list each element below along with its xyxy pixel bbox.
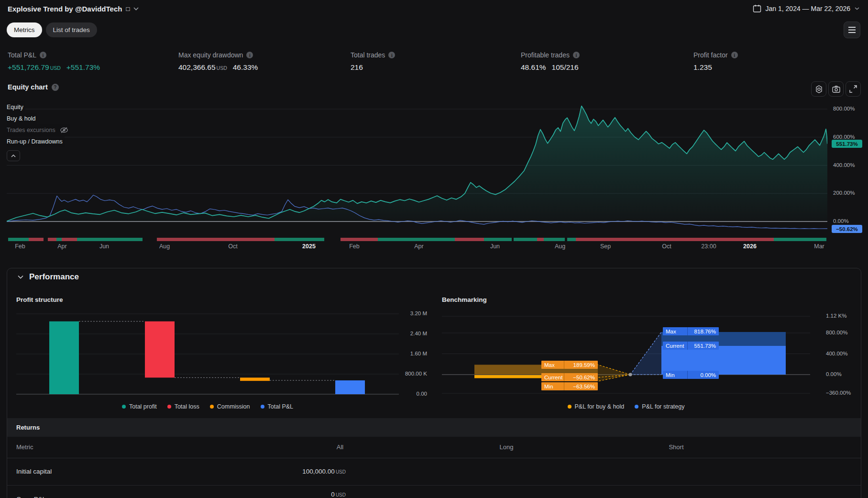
x-axis-tick: Aug xyxy=(148,243,181,250)
y-axis-tick: 800.00% xyxy=(826,330,864,335)
legend-trades-excursions[interactable]: Trades excursions xyxy=(7,124,70,136)
trade-segment xyxy=(537,238,544,241)
equity-chart-plot xyxy=(7,101,827,232)
chevron-down-icon xyxy=(18,275,23,279)
col-metric: Metric xyxy=(16,443,33,451)
legend-collapse-button[interactable] xyxy=(7,150,20,161)
legend-label: Commission xyxy=(217,403,250,410)
trade-segment xyxy=(341,238,378,241)
trade-segment xyxy=(544,238,565,241)
x-axis-tick: 2025 xyxy=(292,243,326,250)
layout-menu-button[interactable] xyxy=(844,22,860,38)
strategy-min-box: Min 0.00% xyxy=(663,371,719,379)
gear-icon xyxy=(815,85,823,93)
equity-chart-legend: Equity Buy & hold Trades excursions Run-… xyxy=(7,101,70,161)
metric-total-pl: Total P&Li +551,726.79USD+551.73% xyxy=(8,50,100,72)
row-metric: Open P&L xyxy=(16,496,46,498)
performance-panel: Performance Profit structure 3.20 M2.40 … xyxy=(7,268,861,498)
legend-item[interactable]: Commission xyxy=(210,403,250,410)
metric-total-trades: Total tradesi 216 xyxy=(351,50,395,72)
trade-segment xyxy=(576,238,774,241)
row-all-value: 100,000.00USD xyxy=(250,468,346,475)
legend-runup-drawdowns[interactable]: Run-up / Drawdowns xyxy=(7,136,65,147)
x-axis-tick: Jun xyxy=(478,243,512,250)
title-badge-glyph: □ xyxy=(126,5,130,12)
chart-settings-button[interactable] xyxy=(811,81,826,97)
equity-chart-x-axis[interactable]: FebAprJunAugOct2025FebAprJunAugSepOct23:… xyxy=(7,243,827,253)
legend-buy-and-hold[interactable]: Buy & hold xyxy=(7,113,37,124)
metric-extra: 105/216 xyxy=(552,63,579,72)
date-range-picker[interactable]: Jan 1, 2024 — Mar 22, 2026 xyxy=(753,4,859,13)
metric-label: Max equity drawdown xyxy=(178,51,243,59)
legend-label: P&L for buy & hold xyxy=(575,403,625,410)
chevron-up-icon xyxy=(11,155,16,157)
trade-periods-bar xyxy=(7,238,827,241)
tab-metrics[interactable]: Metrics xyxy=(7,22,42,37)
date-range-label: Jan 1, 2024 — Mar 22, 2026 xyxy=(766,5,850,12)
metric-unit: USD xyxy=(217,65,227,71)
buyhold-current-badge: −50.62% xyxy=(832,225,862,233)
metric-value: +551,726.79 xyxy=(8,63,49,72)
y-axis-tick: 2.40 M xyxy=(393,331,427,336)
trade-segment xyxy=(514,238,537,241)
benchmarking-chart xyxy=(442,307,810,402)
chart-fullscreen-button[interactable] xyxy=(846,81,861,97)
info-icon[interactable]: i xyxy=(388,52,395,58)
camera-icon xyxy=(832,86,840,93)
help-icon[interactable]: ? xyxy=(52,84,59,91)
info-icon[interactable]: i xyxy=(40,52,46,58)
legend-item[interactable]: Total profit xyxy=(122,403,157,410)
y-axis-tick: 0.00 xyxy=(393,391,427,397)
expand-icon xyxy=(849,85,857,93)
legend-equity[interactable]: Equity xyxy=(7,101,25,113)
x-axis-tick: Aug xyxy=(543,243,577,250)
strategy-max-box: Max 818.76% xyxy=(663,327,719,335)
x-axis-tick: Oct xyxy=(216,243,250,250)
eye-off-icon[interactable] xyxy=(60,127,68,133)
legend-item[interactable]: Total loss xyxy=(167,403,199,410)
trade-segment xyxy=(29,238,44,241)
legend-item[interactable]: P&L for buy & hold xyxy=(568,403,625,410)
y-axis-tick: 400.00% xyxy=(833,162,864,168)
equity-chart-toolbar xyxy=(811,81,861,97)
x-axis-tick: Apr xyxy=(45,243,79,250)
trade-segment xyxy=(378,238,455,241)
tab-list-of-trades[interactable]: List of trades xyxy=(46,22,97,37)
metric-unit: USD xyxy=(50,65,61,71)
legend-item[interactable]: Total P&L xyxy=(261,403,294,410)
strategy-tester-page: Explosive Trend by @DaviddTech □ Jan 1, … xyxy=(0,0,868,498)
x-axis-tick: Jun xyxy=(88,243,121,250)
x-axis-tick: Mar xyxy=(802,243,836,250)
buyhold-min-box: Min −63.56% xyxy=(541,382,598,390)
trade-segment xyxy=(455,238,484,241)
profit-structure-chart xyxy=(16,311,399,397)
y-axis-tick: 400.00% xyxy=(826,351,864,356)
col-long: Long xyxy=(483,443,530,451)
info-icon[interactable]: i xyxy=(246,52,253,58)
strategy-title-row[interactable]: Explosive Trend by @DaviddTech □ xyxy=(8,5,139,13)
legend-dot xyxy=(261,405,264,409)
legend-item[interactable]: P&L for strategy xyxy=(635,403,684,410)
trade-segment xyxy=(157,238,275,241)
performance-section-toggle[interactable]: Performance xyxy=(18,272,79,282)
y-axis-tick: 0.00% xyxy=(826,371,864,377)
page-title: Explosive Trend by @DaviddTech xyxy=(8,5,122,13)
info-icon[interactable]: i xyxy=(573,52,580,58)
metric-label: Total trades xyxy=(351,51,385,59)
trade-segment xyxy=(8,238,29,241)
calendar-icon xyxy=(753,4,761,13)
chart-snapshot-button[interactable] xyxy=(828,81,844,97)
trade-segment xyxy=(275,238,324,241)
strategy-current-box: Current 551.73% xyxy=(663,342,719,350)
legend-dot xyxy=(210,405,214,409)
metric-label: Profit factor xyxy=(693,51,728,59)
info-icon[interactable]: i xyxy=(731,52,738,58)
metric-label: Profitable trades xyxy=(521,51,570,59)
y-axis-tick: 800.00 K xyxy=(393,371,427,376)
equity-chart-title: Equity chart xyxy=(8,83,48,91)
metric-max-drawdown: Max equity drawdowni 402,366.65USD46.33% xyxy=(178,50,258,72)
x-axis-tick: Oct xyxy=(650,243,683,250)
y-axis-tick: −360.00% xyxy=(826,390,864,396)
x-axis-tick: Sep xyxy=(589,243,622,250)
legend-label: P&L for strategy xyxy=(642,403,684,410)
